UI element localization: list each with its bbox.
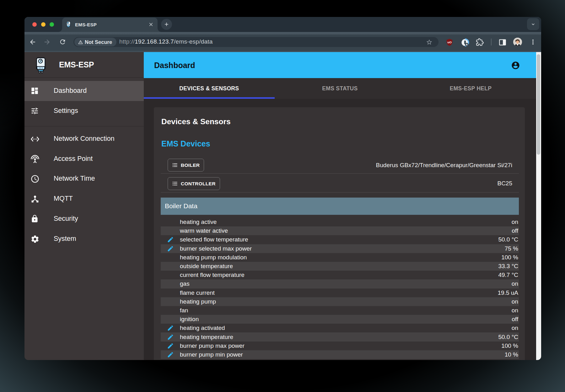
svg-text:uO: uO (447, 40, 452, 44)
